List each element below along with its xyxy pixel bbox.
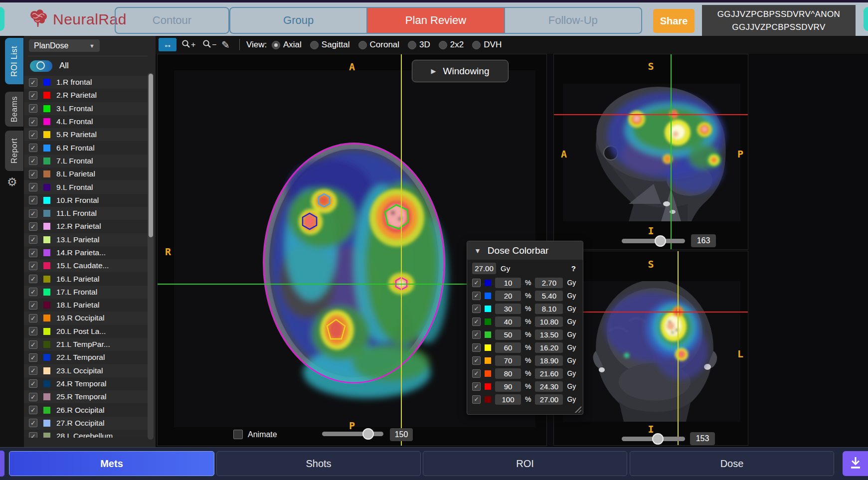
- roi-color-swatch[interactable]: [43, 236, 50, 243]
- roi-color-swatch[interactable]: [43, 380, 50, 387]
- isodose-percent-input[interactable]: 50: [495, 329, 521, 340]
- isodose-percent-input[interactable]: 30: [495, 304, 521, 314]
- roi-list-item[interactable]: ✓ 13.L Parietal: [24, 233, 148, 246]
- isodose-checkbox[interactable]: ✓: [472, 343, 481, 352]
- isodose-checkbox[interactable]: ✓: [472, 395, 481, 404]
- roi-list-item[interactable]: ✓ 26.R Occipital: [24, 403, 148, 416]
- isodose-checkbox[interactable]: ✓: [472, 356, 481, 365]
- crosshair-horizontal[interactable]: [554, 114, 748, 115]
- roi-list-item[interactable]: ✓ 17.L Frontal: [24, 286, 148, 299]
- isodose-checkbox[interactable]: ✓: [472, 318, 481, 326]
- roi-checkbox[interactable]: ✓: [29, 327, 37, 335]
- crosshair-vertical[interactable]: [678, 251, 679, 445]
- isodose-checkbox[interactable]: ✓: [472, 369, 481, 378]
- isodose-checkbox[interactable]: ✓: [472, 330, 481, 339]
- roi-color-swatch[interactable]: [43, 407, 50, 414]
- isodose-value-input[interactable]: 18.90: [535, 355, 563, 366]
- roi-list-item[interactable]: ✓ 10.R Frontal: [24, 194, 148, 207]
- roi-checkbox[interactable]: ✓: [29, 419, 37, 427]
- roi-checkbox[interactable]: ✓: [29, 340, 37, 349]
- tab-follow-up[interactable]: Follow-Up: [504, 8, 641, 33]
- view-mode-option[interactable]: 3D: [408, 40, 430, 50]
- roi-list-item[interactable]: ✓ 28.L Cerebellum: [24, 430, 148, 438]
- roi-list-item[interactable]: ✓ 2.R Parietal: [24, 89, 148, 102]
- roi-list-item[interactable]: ✓ 16.L Parietal: [24, 272, 148, 285]
- animate-checkbox[interactable]: [233, 430, 243, 439]
- isodose-color-swatch[interactable]: [485, 396, 491, 403]
- bottom-nav-button[interactable]: Shots: [216, 451, 421, 476]
- roi-checkbox[interactable]: ✓: [29, 379, 37, 388]
- roi-list-item[interactable]: ✓ 25.R Temporal: [24, 390, 148, 403]
- roi-checkbox[interactable]: ✓: [29, 157, 37, 165]
- roi-color-swatch[interactable]: [43, 145, 50, 152]
- isodose-checkbox[interactable]: ✓: [472, 279, 481, 287]
- roi-color-swatch[interactable]: [43, 328, 50, 335]
- axial-slice-number[interactable]: 150: [390, 428, 413, 441]
- crosshair-vertical[interactable]: [671, 54, 672, 249]
- windowing-button[interactable]: ▶ Windowing: [412, 60, 509, 82]
- isodose-color-swatch[interactable]: [485, 370, 491, 377]
- annotate-pencil-button[interactable]: ✎: [221, 38, 230, 51]
- view-mode-option[interactable]: Sagittal: [310, 40, 350, 50]
- radio-button-icon[interactable]: [310, 41, 319, 49]
- roi-checkbox[interactable]: ✓: [29, 249, 37, 257]
- dose-source-dropdown[interactable]: PlanDose ▼: [29, 39, 100, 52]
- roi-color-swatch[interactable]: [43, 276, 50, 283]
- roi-checkbox[interactable]: ✓: [29, 314, 37, 322]
- tab-group[interactable]: Group: [230, 8, 366, 33]
- zoom-out-button[interactable]: −: [202, 38, 216, 51]
- isodose-percent-input[interactable]: 80: [495, 368, 521, 379]
- toggle-knob[interactable]: [36, 61, 45, 70]
- isodose-value-input[interactable]: 27.00: [535, 394, 563, 405]
- tab-contour[interactable]: Contour: [115, 7, 229, 34]
- roi-color-swatch[interactable]: [43, 420, 50, 427]
- roi-list-item[interactable]: ✓ 22.L Temporal: [24, 351, 148, 364]
- prescription-dose-input[interactable]: 27.00: [472, 263, 496, 274]
- isodose-percent-input[interactable]: 90: [495, 381, 521, 392]
- gear-icon[interactable]: ⚙: [7, 175, 17, 189]
- roi-list-item[interactable]: ✓ 9.L Frontal: [24, 180, 148, 193]
- coronal-mri-image[interactable]: [563, 281, 740, 422]
- radio-button-icon[interactable]: [472, 41, 481, 49]
- roi-color-swatch[interactable]: [43, 170, 50, 177]
- isodose-value-input[interactable]: 8.10: [535, 304, 563, 314]
- coronal-slice-slider-thumb[interactable]: [652, 433, 664, 445]
- roi-color-swatch[interactable]: [43, 131, 50, 138]
- roi-checkbox[interactable]: ✓: [29, 366, 37, 375]
- roi-color-swatch[interactable]: [43, 223, 50, 230]
- roi-list-item[interactable]: ✓ 7.L Frontal: [24, 155, 148, 167]
- radio-button-icon[interactable]: [439, 41, 447, 49]
- isodose-value-input[interactable]: 10.80: [535, 317, 563, 327]
- roi-list-item[interactable]: ✓ 3.L Frontal: [24, 102, 148, 115]
- roi-list-item[interactable]: ✓ 20.L Post La...: [24, 325, 148, 338]
- roi-list-item[interactable]: ✓ 23.L Occipital: [24, 364, 148, 377]
- roi-checkbox[interactable]: ✓: [29, 78, 37, 87]
- tab-plan-review[interactable]: Plan Review: [366, 8, 504, 33]
- roi-color-swatch[interactable]: [43, 92, 50, 99]
- download-button[interactable]: [843, 451, 868, 476]
- roi-color-swatch[interactable]: [43, 341, 50, 348]
- roi-color-swatch[interactable]: [43, 105, 50, 112]
- roi-checkbox[interactable]: ✓: [29, 406, 37, 414]
- isodose-percent-input[interactable]: 70: [495, 355, 521, 366]
- roi-color-swatch[interactable]: [43, 433, 50, 438]
- roi-checkbox[interactable]: ✓: [29, 196, 37, 204]
- view-mode-option[interactable]: Coronal: [358, 40, 400, 50]
- roi-color-swatch[interactable]: [43, 184, 50, 191]
- isodose-checkbox[interactable]: ✓: [472, 382, 481, 391]
- axial-slice-slider-thumb[interactable]: [362, 428, 374, 440]
- isodose-color-swatch[interactable]: [485, 357, 491, 364]
- sidebar-tab-report[interactable]: Report: [5, 131, 23, 171]
- collapse-icon[interactable]: ▼: [474, 247, 481, 255]
- sagittal-mri-image[interactable]: [563, 84, 740, 221]
- radio-button-icon[interactable]: [408, 41, 416, 49]
- roi-checkbox[interactable]: ✓: [29, 91, 37, 100]
- roi-color-swatch[interactable]: [43, 354, 50, 361]
- view-mode-option[interactable]: DVH: [472, 40, 502, 50]
- sagittal-viewport[interactable]: S A P I 163: [553, 54, 748, 250]
- isodose-checkbox[interactable]: ✓: [472, 292, 481, 300]
- roi-checkbox[interactable]: ✓: [29, 144, 37, 152]
- share-button[interactable]: Share: [653, 9, 694, 33]
- view-mode-option[interactable]: Axial: [272, 40, 302, 50]
- roi-color-swatch[interactable]: [43, 210, 50, 217]
